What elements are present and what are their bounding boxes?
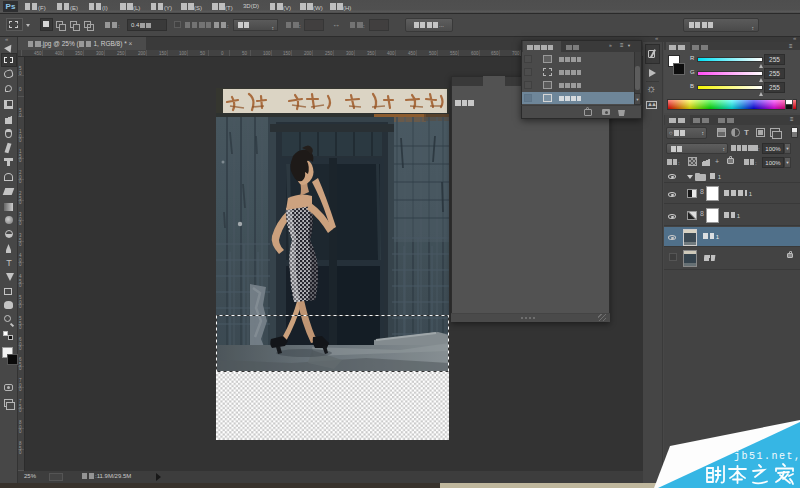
svg-text:jb51.net,: jb51.net,: [734, 451, 800, 462]
